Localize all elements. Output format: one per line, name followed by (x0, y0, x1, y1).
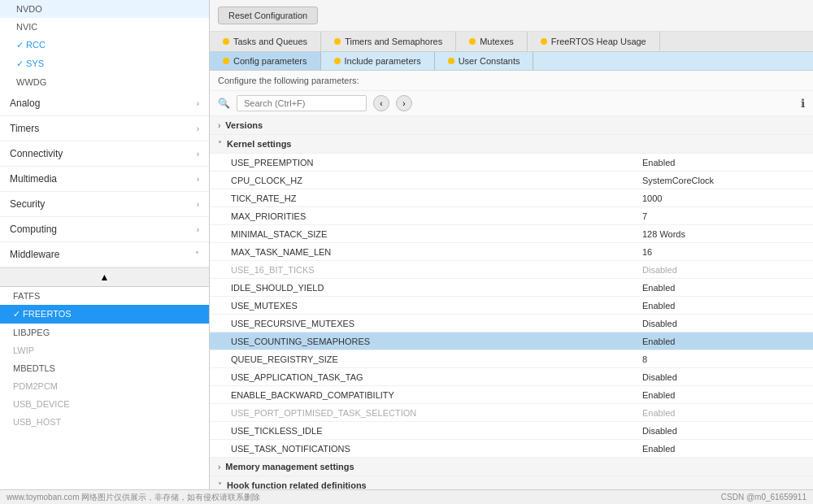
middleware-freertos[interactable]: ✓ FREERTOS (0, 305, 209, 324)
sidebar-sub-nvdo[interactable]: NVDO (0, 0, 209, 18)
search-next-button[interactable]: › (396, 95, 412, 111)
search-prev-button[interactable]: ‹ (373, 95, 389, 111)
search-input[interactable] (237, 95, 367, 111)
param-use-port-optimised[interactable]: USE_PORT_OPTIMISED_TASK_SELECTION Enable… (210, 404, 813, 422)
sidebar-item-connectivity[interactable]: Connectivity › (0, 141, 209, 167)
middleware-mbedtls[interactable]: MBEDTLS (0, 359, 209, 377)
param-use-counting-semaphores[interactable]: USE_COUNTING_SEMAPHORES Enabled (210, 332, 813, 350)
tab-user-constants[interactable]: User Constants (435, 52, 534, 70)
tab-dot-tasks (223, 38, 229, 45)
section-versions[interactable]: › Versions (210, 116, 813, 135)
tab-tasks-queues[interactable]: Tasks and Queues (210, 32, 321, 51)
sidebar: NVDO NVIC RCC SYS WWDG Analog › Timers ›… (0, 0, 210, 489)
param-area: › Versions ˅ Kernel settings USE_PREEMPT… (210, 116, 813, 489)
bottom-bar: www.toymoban.com 网络图片仅供展示，非存储，如有侵权请联系删除 … (0, 489, 813, 504)
tabs-row2: Config parameters Include parameters Use… (210, 52, 813, 71)
param-use-preemption[interactable]: USE_PREEMPTION Enabled (210, 154, 813, 172)
middleware-lwip[interactable]: LWIP (0, 341, 209, 359)
tab-dot-mutexes (469, 38, 476, 45)
sidebar-collapse-btn[interactable]: ▲ (0, 267, 209, 286)
param-minimal-stack-size[interactable]: MINIMAL_STACK_SIZE 128 Words (210, 225, 813, 243)
section-kernel[interactable]: ˅ Kernel settings (210, 135, 813, 154)
tab-dot-include (334, 58, 341, 64)
tab-freertos-heap[interactable]: FreeRTOS Heap Usage (528, 32, 660, 51)
param-queue-registry-size[interactable]: QUEUE_REGISTRY_SIZE 8 (210, 350, 813, 368)
bottom-left-text: www.toymoban.com 网络图片仅供展示，非存储，如有侵权请联系删除 (7, 492, 260, 503)
sidebar-sub-sys[interactable]: SYS (0, 54, 209, 73)
param-use-application-task-tag[interactable]: USE_APPLICATION_TASK_TAG Disabled (210, 368, 813, 386)
config-description: Configure the following parameters: (210, 71, 813, 91)
main-content: Reset Configuration Tasks and Queues Tim… (210, 0, 813, 489)
section-hook[interactable]: ˅ Hook function related definitions (210, 476, 813, 489)
param-enable-backward-compat[interactable]: ENABLE_BACKWARD_COMPATIBILITY Enabled (210, 386, 813, 404)
toggle-memory: › (218, 463, 220, 471)
sidebar-item-multimedia[interactable]: Multimedia › (0, 167, 209, 192)
tab-config-params[interactable]: Config parameters (210, 52, 321, 70)
tab-mutexes[interactable]: Mutexes (456, 32, 528, 51)
tab-dot-user (448, 58, 454, 64)
sidebar-item-computing[interactable]: Computing › (0, 217, 209, 242)
tab-include-params[interactable]: Include parameters (321, 52, 435, 70)
sidebar-item-middleware[interactable]: Middleware ˅ (0, 242, 209, 267)
toggle-kernel: ˅ (218, 140, 222, 149)
tab-dot-timers (334, 38, 341, 45)
watermark: CSDN @m0_61659911 (721, 493, 806, 502)
sidebar-item-analog[interactable]: Analog › (0, 91, 209, 116)
param-use-recursive-mutexes[interactable]: USE_RECURSIVE_MUTEXES Disabled (210, 315, 813, 332)
middleware-usb-host[interactable]: USB_HOST (0, 413, 209, 431)
section-memory[interactable]: › Memory management settings (210, 458, 813, 476)
sidebar-sub-wwdg[interactable]: WWDG (0, 73, 209, 91)
param-cpu-clock-hz[interactable]: CPU_CLOCK_HZ SystemCoreClock (210, 172, 813, 189)
middleware-usb-device[interactable]: USB_DEVICE (0, 395, 209, 413)
middleware-fatfs[interactable]: FATFS (0, 287, 209, 305)
tab-dot-heap (541, 38, 547, 45)
param-use-task-notifications[interactable]: USE_TASK_NOTIFICATIONS Enabled (210, 440, 813, 458)
param-tick-rate-hz[interactable]: TICK_RATE_HZ 1000 (210, 189, 813, 207)
middleware-pdm2pcm[interactable]: PDM2PCM (0, 377, 209, 395)
toggle-versions: › (218, 121, 220, 130)
param-use-mutexes[interactable]: USE_MUTEXES Enabled (210, 297, 813, 315)
sidebar-item-timers[interactable]: Timers › (0, 116, 209, 141)
middleware-section: FATFS ✓ FREERTOS LIBJPEG LWIP MBEDTLS PD… (0, 286, 209, 431)
search-bar: 🔍 ‹ › ℹ (210, 91, 813, 116)
param-use-tickless-idle[interactable]: USE_TICKLESS_IDLE Disabled (210, 422, 813, 440)
sidebar-sub-rcc[interactable]: RCC (0, 36, 209, 54)
reset-button[interactable]: Reset Configuration (218, 7, 318, 24)
param-idle-should-yield[interactable]: IDLE_SHOULD_YIELD Enabled (210, 279, 813, 297)
tab-dot-config (223, 58, 229, 64)
search-icon: 🔍 (218, 98, 230, 109)
param-max-task-name-len[interactable]: MAX_TASK_NAME_LEN 16 (210, 243, 813, 261)
sidebar-item-security[interactable]: Security › (0, 192, 209, 217)
toggle-hook: ˅ (218, 481, 222, 490)
reset-bar: Reset Configuration (210, 0, 813, 32)
info-icon[interactable]: ℹ (801, 97, 805, 110)
param-max-priorities[interactable]: MAX_PRIORITIES 7 (210, 207, 813, 225)
tab-timers-semaphores[interactable]: Timers and Semaphores (321, 32, 456, 51)
middleware-libjpeg[interactable]: LIBJPEG (0, 324, 209, 341)
param-use-16bit-ticks[interactable]: USE_16_BIT_TICKS Disabled (210, 261, 813, 279)
sidebar-sub-nvic[interactable]: NVIC (0, 18, 209, 36)
tabs-row1: Tasks and Queues Timers and Semaphores M… (210, 32, 813, 52)
